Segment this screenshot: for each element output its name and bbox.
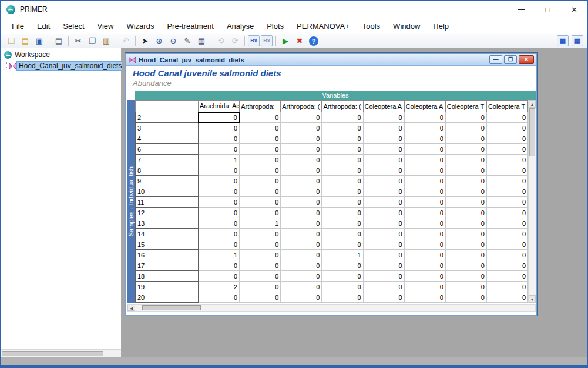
cell[interactable]: 0	[240, 197, 281, 208]
cell[interactable]: 0	[322, 229, 363, 239]
child-minimize-button[interactable]: —	[489, 55, 502, 64]
cell[interactable]: 0	[363, 292, 404, 303]
cell[interactable]: 0	[404, 292, 445, 303]
cell[interactable]: 0	[404, 165, 445, 176]
cell[interactable]: 0	[486, 250, 527, 260]
menu-item-plots[interactable]: Plots	[260, 20, 290, 32]
cell[interactable]: 0	[363, 208, 404, 218]
cell[interactable]: 0	[404, 197, 445, 208]
cell[interactable]: 0	[240, 112, 281, 123]
cell[interactable]: 0	[363, 123, 404, 133]
cell[interactable]: 0	[281, 155, 322, 165]
cell[interactable]: 0	[322, 123, 363, 133]
cell[interactable]: 0	[404, 208, 445, 218]
cell[interactable]: 0	[281, 229, 322, 239]
cell[interactable]: 0	[281, 144, 322, 155]
help-icon[interactable]: ?	[309, 36, 318, 46]
cell[interactable]: 0	[404, 282, 445, 292]
grid-icon[interactable]: ▦	[195, 35, 208, 47]
pointer-icon[interactable]: ➤	[139, 35, 152, 47]
row-label[interactable]: 8	[136, 165, 199, 176]
cell[interactable]: 0	[199, 239, 240, 250]
tree-item-datasheet[interactable]: Hood_Canal_juv_salmonid_diets	[6, 61, 121, 71]
cell[interactable]: 0	[363, 155, 404, 165]
cell[interactable]: 0	[240, 186, 281, 197]
maximize-button[interactable]: □	[535, 1, 561, 18]
cell[interactable]: 0	[486, 176, 527, 186]
cell[interactable]: 0	[281, 133, 322, 144]
cell[interactable]: 0	[486, 282, 527, 292]
cell[interactable]: 0	[445, 176, 486, 186]
resemblance-alt-icon[interactable]: Rx	[261, 35, 273, 46]
cell[interactable]: 0	[240, 292, 281, 303]
cell[interactable]: 0	[240, 208, 281, 218]
scroll-down-icon[interactable]: ▼	[529, 295, 536, 303]
cell[interactable]: 0	[363, 197, 404, 208]
menu-item-select[interactable]: Select	[56, 20, 90, 32]
cell[interactable]: 0	[486, 133, 527, 144]
cell[interactable]: 0	[240, 123, 281, 133]
row-label[interactable]: 15	[136, 239, 199, 250]
cell[interactable]: 0	[404, 250, 445, 260]
row-label[interactable]: 6	[136, 144, 199, 155]
cell[interactable]: 0	[486, 123, 527, 133]
cell[interactable]: 0	[363, 218, 404, 229]
cell[interactable]: 0	[363, 112, 404, 123]
row-label[interactable]: 3	[136, 123, 199, 133]
cell[interactable]: 0	[486, 218, 527, 229]
menu-item-analyse[interactable]: Analyse	[220, 20, 260, 32]
cell[interactable]: 0	[486, 229, 527, 239]
cell[interactable]: 0	[322, 197, 363, 208]
menu-item-pretreatment[interactable]: Pre-treatment	[160, 20, 220, 32]
copy-icon[interactable]: ❐	[86, 35, 99, 47]
row-label[interactable]: 10	[136, 186, 199, 197]
cell[interactable]: 0	[322, 186, 363, 197]
cell[interactable]: 0	[240, 155, 281, 165]
cell[interactable]: 0	[322, 208, 363, 218]
cell[interactable]: 0	[199, 218, 240, 229]
row-label[interactable]: 19	[136, 282, 199, 292]
tree-root-workspace[interactable]: Workspace	[1, 48, 121, 61]
cell[interactable]: 0	[240, 239, 281, 250]
cell[interactable]: 0	[445, 133, 486, 144]
cell[interactable]: 0	[322, 165, 363, 176]
cell[interactable]: 0	[363, 282, 404, 292]
open-icon[interactable]: ▤	[19, 35, 32, 47]
cell[interactable]: 0	[363, 250, 404, 260]
zoom-out-icon[interactable]: ⊖	[167, 35, 180, 47]
cell[interactable]: 0	[281, 165, 322, 176]
datasheet-titlebar[interactable]: Hood_Canal_juv_salmonid_diets — ❐ ✕	[126, 54, 536, 66]
cell[interactable]: 0	[281, 282, 322, 292]
cell[interactable]: 0	[404, 112, 445, 123]
menu-item-permanova[interactable]: PERMANOVA+	[290, 20, 356, 32]
cell[interactable]: 0	[240, 271, 281, 282]
column-header[interactable]: Coleoptera A	[404, 101, 445, 112]
column-header[interactable]: Coleoptera A	[363, 101, 404, 112]
cell[interactable]: 0	[199, 112, 240, 123]
cell[interactable]: 0	[199, 176, 240, 186]
row-label[interactable]: 16	[136, 250, 199, 260]
row-label[interactable]: 7	[136, 155, 199, 165]
sidebar-scroll-thumb[interactable]	[2, 351, 103, 356]
cell[interactable]: 0	[322, 260, 363, 271]
cell[interactable]: 0	[404, 271, 445, 282]
cell[interactable]: 1	[322, 250, 363, 260]
cell[interactable]: 0	[363, 229, 404, 239]
cell[interactable]: 0	[445, 165, 486, 176]
cell[interactable]: 0	[199, 229, 240, 239]
cell[interactable]: 0	[199, 186, 240, 197]
cell[interactable]: 0	[445, 260, 486, 271]
cell[interactable]: 0	[322, 292, 363, 303]
cell[interactable]: 0	[486, 271, 527, 282]
menu-item-wizards[interactable]: Wizards	[120, 20, 160, 32]
row-label[interactable]: 18	[136, 271, 199, 282]
cell[interactable]: 0	[363, 260, 404, 271]
stop-icon[interactable]: ✖	[293, 35, 306, 47]
cell[interactable]: 0	[281, 271, 322, 282]
cell[interactable]: 0	[322, 144, 363, 155]
column-header[interactable]: Arthropoda: (	[281, 101, 322, 112]
run-icon[interactable]: ▶	[279, 35, 292, 47]
cell[interactable]: 0	[281, 260, 322, 271]
menu-item-view[interactable]: View	[91, 20, 120, 32]
cell[interactable]: 1	[199, 250, 240, 260]
